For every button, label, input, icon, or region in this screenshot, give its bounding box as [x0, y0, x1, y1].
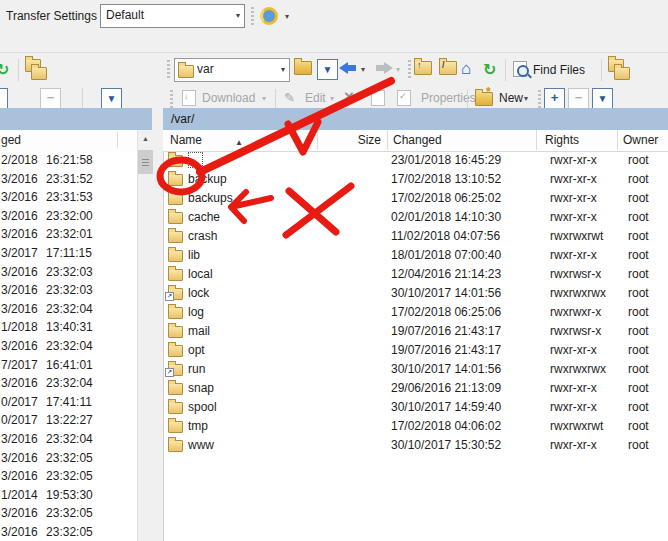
back-arrow-icon[interactable] — [339, 62, 358, 74]
toolbar-grip[interactable] — [167, 60, 170, 78]
address-combobox[interactable]: var ▾ — [174, 58, 290, 82]
file-row[interactable]: local 12/04/2016 21:14:23 rwxrwsr-x root — [163, 265, 668, 284]
chevron-down-icon[interactable]: ▾ — [524, 95, 528, 103]
file-rights: rwxrwxrwx — [550, 284, 606, 303]
local-list-row[interactable]: 0/2017 17:41:11 — [0, 393, 137, 412]
root-directory-button[interactable]: / — [439, 61, 457, 78]
folder-icon — [168, 383, 183, 395]
file-row[interactable]: spool 30/10/2017 14:59:40 rwxr-xr-x root — [163, 398, 668, 417]
file-owner: root — [628, 265, 649, 284]
local-list-row[interactable]: 1/2014 19:53:30 — [0, 486, 137, 505]
filter-button[interactable]: ▼ — [317, 59, 338, 80]
open-directory-button[interactable] — [294, 61, 312, 78]
remote-path-bar[interactable]: /var/ — [163, 108, 668, 130]
size-column-header[interactable]: Size — [317, 130, 388, 150]
file-row[interactable]: cache 02/01/2018 14:10:30 rwxr-xr-x root — [163, 208, 668, 227]
download-button[interactable]: Download — [202, 91, 255, 105]
filter-button[interactable]: ▼ — [592, 88, 613, 109]
local-list-row[interactable]: 3/2016 23:32:04 — [0, 374, 137, 393]
file-row[interactable]: opt 19/07/2016 21:43:17 rwxr-xr-x root — [163, 341, 668, 360]
filter-icon: ▼ — [323, 64, 333, 75]
changed-column-header[interactable]: ged — [1, 133, 21, 147]
folder-icon — [168, 288, 183, 300]
local-list-row[interactable]: 3/2016 23:32:00 — [0, 207, 137, 226]
file-row[interactable]: backups 17/02/2018 06:25:02 rwxr-xr-x ro… — [163, 189, 668, 208]
chevron-down-icon: ▾ — [236, 12, 240, 20]
parent-directory-button[interactable]: ↑ — [414, 61, 432, 78]
local-list-row[interactable]: 3/2016 23:31:52 — [0, 170, 137, 189]
transfer-settings-icon-button[interactable] — [258, 5, 280, 27]
file-name: snap — [188, 379, 214, 398]
scroll-up-icon[interactable]: ▲ — [138, 130, 153, 147]
local-list-row[interactable]: 2/2018 16:21:58 — [0, 151, 137, 170]
synchronize-browsing-icon[interactable] — [608, 59, 630, 79]
local-path-bar[interactable] — [0, 108, 152, 130]
chevron-down-icon[interactable]: ▾ — [361, 66, 365, 74]
synchronize-folders-icon[interactable] — [25, 59, 47, 79]
local-list-row[interactable]: 3/2016 23:32:04 — [0, 300, 137, 319]
remove-button[interactable]: − — [40, 88, 61, 109]
edit-button[interactable]: Edit — [305, 91, 326, 105]
local-list-row[interactable]: 1/2018 13:40:31 — [0, 318, 137, 337]
file-row[interactable]: tmp 17/02/2018 04:06:02 rwxrwxrwt root — [163, 417, 668, 436]
local-list-row[interactable]: 3/2016 23:32:03 — [0, 281, 137, 300]
local-list-row[interactable]: 3/2017 17:11:15 — [0, 244, 137, 263]
local-list-row[interactable]: 0/2017 13:22:27 — [0, 411, 137, 430]
changed-column-header[interactable]: Changed — [387, 130, 537, 150]
chevron-down-icon: ▾ — [262, 95, 266, 103]
file-row[interactable]: lib 18/01/2018 07:00:40 rwxr-xr-x root — [163, 246, 668, 265]
file-row[interactable]: lock 30/10/2017 14:01:56 rwxrwxrwx root — [163, 284, 668, 303]
refresh-icon[interactable]: ↻ — [0, 60, 9, 79]
forward-arrow-icon[interactable] — [374, 62, 393, 74]
local-scrollbar[interactable]: ▲ — [137, 130, 153, 541]
file-changed: 17/02/2018 13:10:52 — [391, 170, 501, 189]
toolbar-grip[interactable] — [408, 60, 411, 78]
toolbar-grip[interactable] — [170, 90, 173, 108]
scrollbar-thumb[interactable] — [138, 150, 153, 174]
chevron-down-icon: ▾ — [396, 66, 400, 74]
remove-button[interactable]: − — [568, 88, 589, 109]
name-column-header[interactable]: Name ▲ — [163, 130, 318, 150]
chevron-down-icon[interactable]: ▾ — [285, 13, 289, 21]
file-row[interactable]: crash 11/02/2018 04:07:56 rwxrwxrwt root — [163, 227, 668, 246]
local-list-row[interactable]: 3/2016 23:32:05 — [0, 467, 137, 486]
local-list-row[interactable]: 3/2016 23:32:01 — [0, 225, 137, 244]
add-button[interactable]: + — [544, 88, 565, 109]
add-button-clipped[interactable] — [0, 88, 8, 109]
column-divider[interactable] — [117, 132, 118, 148]
file-name: opt — [188, 341, 205, 360]
folder-icon — [168, 193, 183, 205]
home-icon[interactable]: ⌂ — [461, 60, 471, 77]
local-list-row[interactable]: 3/2016 23:32:04 — [0, 430, 137, 449]
local-list-row[interactable]: 3/2016 23:32:04 — [0, 337, 137, 356]
file-changed: 30/10/2017 14:01:56 — [391, 284, 501, 303]
toolbar-grip[interactable] — [251, 7, 254, 25]
folder-icon — [168, 307, 183, 319]
toolbar-grip[interactable] — [538, 90, 541, 108]
local-list-row[interactable]: 3/2016 23:32:05 — [0, 504, 137, 523]
owner-column-header[interactable]: Owner — [617, 130, 668, 150]
local-list-row[interactable]: 3/2016 23:31:53 — [0, 188, 137, 207]
file-row[interactable]: run 30/10/2017 14:01:56 rwxrwxrwx root — [163, 360, 668, 379]
file-row[interactable]: .. 23/01/2018 16:45:29 rwxr-xr-x root — [163, 151, 668, 170]
file-row[interactable]: backup 17/02/2018 13:10:52 rwxr-xr-x roo… — [163, 170, 668, 189]
local-list-row[interactable]: 3/2016 23:32:05 — [0, 449, 137, 468]
file-row[interactable]: snap 29/06/2016 21:13:09 rwxr-xr-x root — [163, 379, 668, 398]
new-button[interactable]: New — [499, 91, 523, 105]
file-changed: 30/10/2017 15:30:52 — [391, 436, 501, 455]
local-list-row[interactable]: 3/2016 23:32:05 — [0, 523, 137, 541]
find-files-button[interactable]: Find Files — [511, 58, 599, 82]
file-row[interactable]: mail 19/07/2016 21:43:17 rwxrwsr-x root — [163, 322, 668, 341]
file-owner: root — [628, 189, 649, 208]
file-row[interactable]: www 30/10/2017 15:30:52 rwxr-xr-x root — [163, 436, 668, 455]
file-row[interactable]: log 17/02/2018 06:25:06 rwxrwxr-x root — [163, 303, 668, 322]
file-owner: root — [628, 436, 649, 455]
local-list-row[interactable]: 7/2017 16:41:01 — [0, 356, 137, 375]
filter-button[interactable]: ▼ — [101, 88, 122, 109]
local-list-row[interactable]: 3/2016 23:32:03 — [0, 263, 137, 282]
chevron-down-icon: ▾ — [330, 95, 334, 103]
rights-column-header[interactable]: Rights — [536, 130, 618, 150]
file-name: tmp — [188, 417, 208, 436]
refresh-icon[interactable]: ↻ — [483, 60, 496, 79]
transfer-settings-dropdown[interactable]: Default ▾ — [100, 4, 245, 28]
